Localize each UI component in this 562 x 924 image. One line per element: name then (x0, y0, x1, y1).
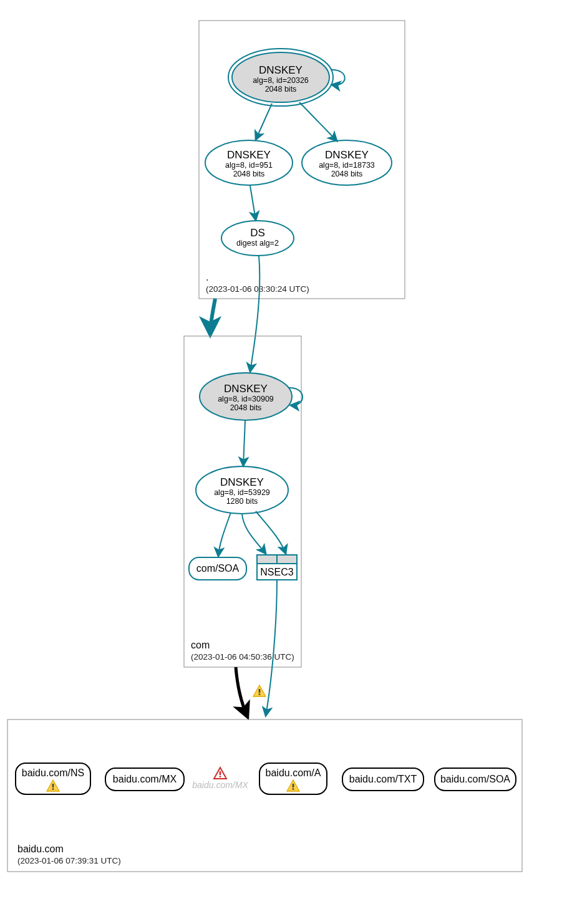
zone-com-name: com (191, 640, 210, 650)
edge-root-zsk1-ds (250, 186, 256, 220)
svg-text:baidu.com/TXT: baidu.com/TXT (349, 774, 417, 784)
node-root-ksk[interactable]: DNSKEY alg=8, id=20326 2048 bits (228, 49, 333, 106)
warning-icon (253, 685, 266, 696)
zone-root: . (2023-01-06 03:30:24 UTC) DNSKEY alg=8… (199, 21, 405, 299)
zone-com-timestamp: (2023-01-06 04:50:36 UTC) (191, 652, 294, 662)
svg-text:com/SOA: com/SOA (196, 563, 240, 574)
svg-text:alg=8, id=18733: alg=8, id=18733 (319, 161, 375, 170)
svg-text:NSEC3: NSEC3 (260, 567, 293, 577)
svg-text:baidu.com/A: baidu.com/A (266, 768, 321, 778)
node-baidu-mx-ghost: baidu.com/MX (192, 768, 248, 790)
svg-text:baidu.com/NS: baidu.com/NS (22, 768, 85, 778)
node-root-zsk1[interactable]: DNSKEY alg=8, id=951 2048 bits (205, 140, 293, 185)
node-baidu-mx[interactable]: baidu.com/MX (105, 768, 184, 791)
node-com-zsk[interactable]: DNSKEY alg=8, id=53929 1280 bits (196, 466, 288, 514)
zone-root-name: . (206, 272, 208, 282)
svg-text:2048 bits: 2048 bits (331, 170, 363, 178)
svg-text:DNSKEY: DNSKEY (227, 149, 271, 161)
svg-text:alg=8, id=20326: alg=8, id=20326 (253, 76, 309, 85)
node-com-nsec3[interactable]: NSEC3 (257, 555, 297, 580)
svg-text:baidu.com/MX: baidu.com/MX (192, 780, 248, 790)
node-baidu-ns[interactable]: baidu.com/NS (16, 763, 90, 794)
node-root-zsk2[interactable]: DNSKEY alg=8, id=18733 2048 bits (302, 140, 392, 185)
dnssec-diagram: . (2023-01-06 03:30:24 UTC) DNSKEY alg=8… (0, 0, 562, 924)
node-baidu-txt[interactable]: baidu.com/TXT (342, 768, 424, 791)
svg-rect-36 (7, 719, 522, 872)
svg-text:alg=8, id=53929: alg=8, id=53929 (214, 488, 270, 497)
svg-text:alg=8, id=951: alg=8, id=951 (225, 161, 273, 170)
svg-text:2048 bits: 2048 bits (265, 85, 297, 94)
edge-com-zsk-soa (218, 513, 231, 556)
svg-text:2048 bits: 2048 bits (230, 403, 262, 412)
svg-text:alg=8, id=30909: alg=8, id=30909 (218, 395, 274, 403)
svg-text:2048 bits: 2048 bits (233, 170, 265, 178)
zone-baidu-name: baidu.com (17, 844, 64, 854)
edge-root-ds-to-com-ksk (250, 256, 259, 372)
zone-baidu-timestamp: (2023-01-06 07:39:31 UTC) (17, 856, 121, 865)
node-baidu-soa[interactable]: baidu.com/SOA (435, 768, 516, 791)
edge-root-to-com-delegation (210, 299, 215, 333)
edge-com-to-baidu-delegation (236, 667, 247, 716)
node-baidu-a[interactable]: baidu.com/A (259, 763, 327, 794)
svg-text:digest alg=2: digest alg=2 (236, 239, 279, 248)
edge-com-nsec3-to-baidu (266, 580, 277, 716)
svg-text:baidu.com/SOA: baidu.com/SOA (440, 774, 510, 784)
node-com-ksk[interactable]: DNSKEY alg=8, id=30909 2048 bits (200, 373, 292, 420)
edge-com-ksk-zsk (243, 421, 245, 466)
svg-text:DNSKEY: DNSKEY (220, 476, 264, 488)
svg-text:DNSKEY: DNSKEY (224, 383, 268, 395)
svg-text:DS: DS (250, 227, 265, 239)
zone-root-timestamp: (2023-01-06 03:30:24 UTC) (206, 284, 309, 294)
svg-text:DNSKEY: DNSKEY (325, 149, 369, 161)
edge-root-ksk-zsk2 (299, 102, 337, 141)
zone-baidu: baidu.com (2023-01-06 07:39:31 UTC) baid… (7, 719, 522, 872)
svg-text:baidu.com/MX: baidu.com/MX (113, 774, 177, 784)
svg-text:DNSKEY: DNSKEY (259, 64, 303, 76)
svg-text:1280 bits: 1280 bits (226, 497, 258, 506)
node-root-ds[interactable]: DS digest alg=2 (221, 221, 294, 256)
zone-com: com (2023-01-06 04:50:36 UTC) DNSKEY alg… (184, 336, 303, 667)
edge-root-ksk-zsk1 (256, 103, 272, 140)
node-com-soa[interactable]: com/SOA (189, 557, 246, 580)
